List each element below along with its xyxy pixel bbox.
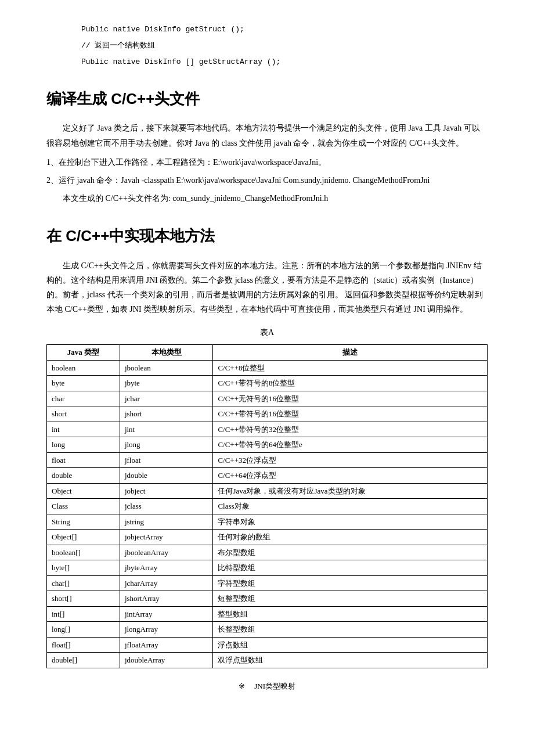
table-cell-11-2: 任何对象的数组 bbox=[213, 530, 488, 545]
table-cell-13-2: 比特型数组 bbox=[213, 560, 488, 576]
table-cell-10-0: String bbox=[47, 514, 120, 530]
table-title: 表A bbox=[46, 326, 488, 340]
table-cell-14-0: char[] bbox=[47, 575, 120, 591]
table-cell-12-2: 布尔型数组 bbox=[213, 545, 488, 560]
table-cell-7-1: jdouble bbox=[120, 468, 212, 484]
section1-title: 编译生成 C/C++头文件 bbox=[46, 86, 488, 111]
table-cell-15-2: 短整型数组 bbox=[213, 591, 488, 607]
section2-title: 在 C/C++中实现本地方法 bbox=[46, 223, 488, 249]
code-line-3: Public native DiskInfo [] getStructArray… bbox=[81, 57, 280, 66]
table-cell-1-2: C/C++带符号的8位整型 bbox=[213, 376, 488, 391]
table-cell-5-2: C/C++带符号的64位整型e bbox=[213, 437, 488, 453]
code-line-2: // 返回一个结构数组 bbox=[81, 41, 155, 50]
table-cell-11-1: jobjectArray bbox=[120, 530, 212, 545]
table-row: float[]jfloatArray浮点数组 bbox=[47, 637, 488, 653]
table-cell-9-2: Class对象 bbox=[213, 499, 488, 514]
table-cell-4-0: int bbox=[47, 422, 120, 437]
code-line-1: Public native DiskInfo getStruct (); bbox=[81, 25, 244, 34]
table-row: Object[]jobjectArray任何对象的数组 bbox=[47, 530, 488, 545]
table-cell-8-2: 任何Java对象，或者没有对应Java类型的对象 bbox=[213, 483, 488, 499]
jni-type-table: Java 类型 本地类型 描述 booleanjbooleanC/C++8位整型… bbox=[46, 344, 488, 668]
table-cell-17-1: jlongArray bbox=[120, 622, 212, 638]
table-cell-10-1: jstring bbox=[120, 514, 212, 530]
table-cell-5-1: jlong bbox=[120, 437, 212, 453]
table-cell-7-0: double bbox=[47, 468, 120, 484]
table-cell-2-2: C/C++无符号的16位整型 bbox=[213, 391, 488, 406]
table-cell-1-1: jbyte bbox=[120, 376, 212, 391]
table-cell-3-1: jshort bbox=[120, 406, 212, 422]
table-cell-3-0: short bbox=[47, 406, 120, 422]
table-cell-12-1: jbooleanArray bbox=[120, 545, 212, 560]
table-cell-12-0: boolean[] bbox=[47, 545, 120, 560]
table-cell-0-0: boolean bbox=[47, 360, 120, 376]
table-row: charjcharC/C++无符号的16位整型 bbox=[47, 391, 488, 406]
table-cell-4-1: jint bbox=[120, 422, 212, 437]
section1-para4: 本文生成的 C/C++头文件名为: com_sundy_jnidemo_Chan… bbox=[46, 191, 488, 206]
table-row: int[]jintArray整型数组 bbox=[47, 606, 488, 622]
table-cell-16-1: jintArray bbox=[120, 606, 212, 622]
table-cell-16-0: int[] bbox=[47, 606, 120, 622]
table-row: intjintC/C++带符号的32位整型 bbox=[47, 422, 488, 437]
table-row: Stringjstring字符串对象 bbox=[47, 514, 488, 530]
table-cell-11-0: Object[] bbox=[47, 530, 120, 545]
table-cell-16-2: 整型数组 bbox=[213, 606, 488, 622]
table-header-row: Java 类型 本地类型 描述 bbox=[47, 345, 488, 361]
table-cell-10-2: 字符串对象 bbox=[213, 514, 488, 530]
table-row: byte[]jbyteArray比特型数组 bbox=[47, 560, 488, 576]
table-cell-13-0: byte[] bbox=[47, 560, 120, 576]
table-cell-14-1: jcharArray bbox=[120, 575, 212, 591]
table-row: longjlongC/C++带符号的64位整型e bbox=[47, 437, 488, 453]
table-cell-19-1: jdoubleArray bbox=[120, 653, 212, 668]
table-cell-17-0: long[] bbox=[47, 622, 120, 638]
footer-symbol: ※ bbox=[239, 682, 245, 690]
table-cell-0-1: jboolean bbox=[120, 360, 212, 376]
table-cell-5-0: long bbox=[47, 437, 120, 453]
section1-para2: 1、在控制台下进入工作路径，本工程路径为：E:\work\java\worksp… bbox=[46, 155, 488, 170]
table-row: char[]jcharArray字符型数组 bbox=[47, 575, 488, 591]
table-row: floatjfloatC/C++32位浮点型 bbox=[47, 452, 488, 468]
table-cell-1-0: byte bbox=[47, 376, 120, 391]
table-cell-9-1: jclass bbox=[120, 499, 212, 514]
section1-para1: 定义好了 Java 类之后，接下来就要写本地代码。本地方法符号提供一个满足约定的… bbox=[46, 121, 488, 150]
table-cell-6-1: jfloat bbox=[120, 452, 212, 468]
table-cell-0-2: C/C++8位整型 bbox=[213, 360, 488, 376]
footer-note: ※ JNI类型映射 bbox=[46, 680, 488, 693]
table-row: Objectjobject任何Java对象，或者没有对应Java类型的对象 bbox=[47, 483, 488, 499]
table-row: bytejbyteC/C++带符号的8位整型 bbox=[47, 376, 488, 391]
table-cell-2-1: jchar bbox=[120, 391, 212, 406]
table-cell-2-0: char bbox=[47, 391, 120, 406]
table-row: boolean[]jbooleanArray布尔型数组 bbox=[47, 545, 488, 560]
table-cell-19-0: double[] bbox=[47, 653, 120, 668]
table-cell-18-0: float[] bbox=[47, 637, 120, 653]
col-header-desc: 描述 bbox=[213, 345, 488, 361]
table-cell-4-2: C/C++带符号的32位整型 bbox=[213, 422, 488, 437]
col-header-java: Java 类型 bbox=[47, 345, 120, 361]
table-row: ClassjclassClass对象 bbox=[47, 499, 488, 514]
code-block-2: // 返回一个结构数组 bbox=[46, 39, 488, 52]
table-cell-6-2: C/C++32位浮点型 bbox=[213, 452, 488, 468]
table-cell-7-2: C/C++64位浮点型 bbox=[213, 468, 488, 484]
table-cell-15-0: short[] bbox=[47, 591, 120, 607]
table-cell-17-2: 长整型数组 bbox=[213, 622, 488, 638]
table-cell-3-2: C/C++带符号的16位整型 bbox=[213, 406, 488, 422]
table-row: doublejdoubleC/C++64位浮点型 bbox=[47, 468, 488, 484]
table-cell-8-0: Object bbox=[47, 483, 120, 499]
table-row: short[]jshortArray短整型数组 bbox=[47, 591, 488, 607]
table-cell-15-1: jshortArray bbox=[120, 591, 212, 607]
footer-text: JNI类型映射 bbox=[254, 682, 295, 690]
section1-para3: 2、运行 javah 命令：Javah -classpath E:\work\j… bbox=[46, 173, 488, 188]
table-cell-14-2: 字符型数组 bbox=[213, 575, 488, 591]
code-block-1: Public native DiskInfo getStruct (); bbox=[46, 23, 488, 36]
table-cell-9-0: Class bbox=[47, 499, 120, 514]
table-row: double[]jdoubleArray双浮点型数组 bbox=[47, 653, 488, 668]
table-row: shortjshortC/C++带符号的16位整型 bbox=[47, 406, 488, 422]
table-row: booleanjbooleanC/C++8位整型 bbox=[47, 360, 488, 376]
col-header-native: 本地类型 bbox=[120, 345, 212, 361]
table-cell-6-0: float bbox=[47, 452, 120, 468]
code-block-3: Public native DiskInfo [] getStructArray… bbox=[46, 56, 488, 69]
table-cell-18-1: jfloatArray bbox=[120, 637, 212, 653]
section2-para1: 生成 C/C++头文件之后，你就需要写头文件对应的本地方法。注意：所有的本地方法… bbox=[46, 258, 488, 317]
table-cell-18-2: 浮点数组 bbox=[213, 637, 488, 653]
table-row: long[]jlongArray长整型数组 bbox=[47, 622, 488, 638]
table-cell-8-1: jobject bbox=[120, 483, 212, 499]
